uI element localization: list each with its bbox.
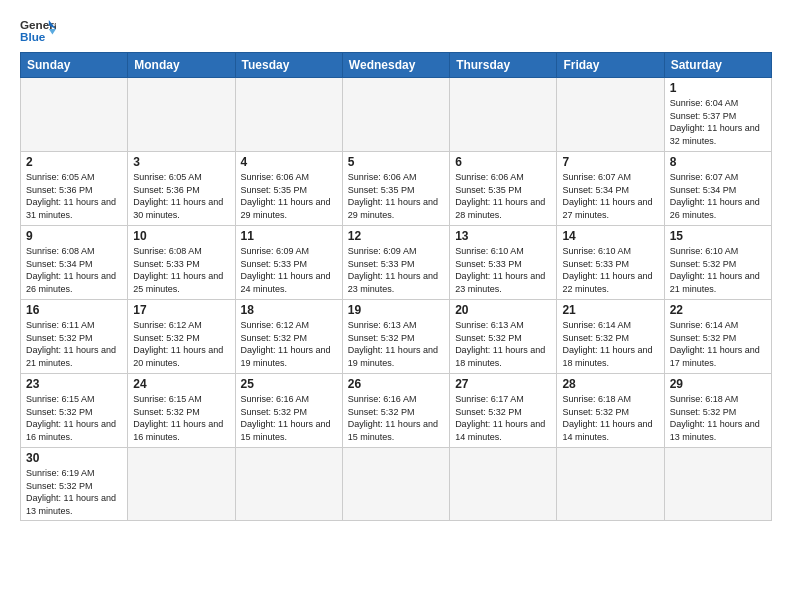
- day-info: Sunrise: 6:15 AMSunset: 5:32 PMDaylight:…: [26, 393, 122, 443]
- day-info: Sunrise: 6:04 AMSunset: 5:37 PMDaylight:…: [670, 97, 766, 147]
- day-cell: [128, 78, 235, 152]
- day-info: Sunrise: 6:13 AMSunset: 5:32 PMDaylight:…: [455, 319, 551, 369]
- day-cell: 6Sunrise: 6:06 AMSunset: 5:35 PMDaylight…: [450, 152, 557, 226]
- day-cell: 11Sunrise: 6:09 AMSunset: 5:33 PMDayligh…: [235, 226, 342, 300]
- weekday-header-friday: Friday: [557, 53, 664, 78]
- calendar-row-4: 23Sunrise: 6:15 AMSunset: 5:32 PMDayligh…: [21, 374, 772, 448]
- day-number: 9: [26, 229, 122, 243]
- day-number: 1: [670, 81, 766, 95]
- day-cell: 16Sunrise: 6:11 AMSunset: 5:32 PMDayligh…: [21, 300, 128, 374]
- weekday-header-wednesday: Wednesday: [342, 53, 449, 78]
- day-info: Sunrise: 6:18 AMSunset: 5:32 PMDaylight:…: [670, 393, 766, 443]
- day-info: Sunrise: 6:19 AMSunset: 5:32 PMDaylight:…: [26, 467, 122, 517]
- weekday-header-monday: Monday: [128, 53, 235, 78]
- day-cell: 10Sunrise: 6:08 AMSunset: 5:33 PMDayligh…: [128, 226, 235, 300]
- day-info: Sunrise: 6:16 AMSunset: 5:32 PMDaylight:…: [348, 393, 444, 443]
- day-info: Sunrise: 6:11 AMSunset: 5:32 PMDaylight:…: [26, 319, 122, 369]
- day-cell: 9Sunrise: 6:08 AMSunset: 5:34 PMDaylight…: [21, 226, 128, 300]
- day-number: 13: [455, 229, 551, 243]
- day-cell: 4Sunrise: 6:06 AMSunset: 5:35 PMDaylight…: [235, 152, 342, 226]
- day-info: Sunrise: 6:14 AMSunset: 5:32 PMDaylight:…: [670, 319, 766, 369]
- calendar-row-0: 1Sunrise: 6:04 AMSunset: 5:37 PMDaylight…: [21, 78, 772, 152]
- day-info: Sunrise: 6:08 AMSunset: 5:33 PMDaylight:…: [133, 245, 229, 295]
- day-cell: 21Sunrise: 6:14 AMSunset: 5:32 PMDayligh…: [557, 300, 664, 374]
- day-info: Sunrise: 6:06 AMSunset: 5:35 PMDaylight:…: [241, 171, 337, 221]
- day-number: 25: [241, 377, 337, 391]
- weekday-header-sunday: Sunday: [21, 53, 128, 78]
- day-info: Sunrise: 6:09 AMSunset: 5:33 PMDaylight:…: [241, 245, 337, 295]
- day-cell: 19Sunrise: 6:13 AMSunset: 5:32 PMDayligh…: [342, 300, 449, 374]
- day-number: 27: [455, 377, 551, 391]
- day-info: Sunrise: 6:16 AMSunset: 5:32 PMDaylight:…: [241, 393, 337, 443]
- day-info: Sunrise: 6:09 AMSunset: 5:33 PMDaylight:…: [348, 245, 444, 295]
- logo-icon: General Blue: [20, 16, 56, 44]
- day-cell: [21, 78, 128, 152]
- day-cell: 12Sunrise: 6:09 AMSunset: 5:33 PMDayligh…: [342, 226, 449, 300]
- day-number: 21: [562, 303, 658, 317]
- day-cell: 13Sunrise: 6:10 AMSunset: 5:33 PMDayligh…: [450, 226, 557, 300]
- day-info: Sunrise: 6:06 AMSunset: 5:35 PMDaylight:…: [455, 171, 551, 221]
- day-number: 2: [26, 155, 122, 169]
- day-cell: 15Sunrise: 6:10 AMSunset: 5:32 PMDayligh…: [664, 226, 771, 300]
- day-cell: [557, 448, 664, 521]
- day-cell: 14Sunrise: 6:10 AMSunset: 5:33 PMDayligh…: [557, 226, 664, 300]
- day-cell: [235, 78, 342, 152]
- day-info: Sunrise: 6:15 AMSunset: 5:32 PMDaylight:…: [133, 393, 229, 443]
- day-cell: [235, 448, 342, 521]
- day-cell: 30Sunrise: 6:19 AMSunset: 5:32 PMDayligh…: [21, 448, 128, 521]
- day-number: 7: [562, 155, 658, 169]
- weekday-header-thursday: Thursday: [450, 53, 557, 78]
- day-cell: 22Sunrise: 6:14 AMSunset: 5:32 PMDayligh…: [664, 300, 771, 374]
- day-cell: 18Sunrise: 6:12 AMSunset: 5:32 PMDayligh…: [235, 300, 342, 374]
- day-cell: [664, 448, 771, 521]
- day-number: 4: [241, 155, 337, 169]
- day-cell: [557, 78, 664, 152]
- day-info: Sunrise: 6:07 AMSunset: 5:34 PMDaylight:…: [562, 171, 658, 221]
- day-info: Sunrise: 6:06 AMSunset: 5:35 PMDaylight:…: [348, 171, 444, 221]
- day-number: 19: [348, 303, 444, 317]
- day-number: 17: [133, 303, 229, 317]
- day-cell: 1Sunrise: 6:04 AMSunset: 5:37 PMDaylight…: [664, 78, 771, 152]
- day-info: Sunrise: 6:17 AMSunset: 5:32 PMDaylight:…: [455, 393, 551, 443]
- page: General Blue SundayMondayTuesdayWednesda…: [0, 0, 792, 612]
- day-info: Sunrise: 6:10 AMSunset: 5:32 PMDaylight:…: [670, 245, 766, 295]
- day-cell: [342, 448, 449, 521]
- day-number: 18: [241, 303, 337, 317]
- day-number: 16: [26, 303, 122, 317]
- day-number: 30: [26, 451, 122, 465]
- day-number: 22: [670, 303, 766, 317]
- calendar-row-1: 2Sunrise: 6:05 AMSunset: 5:36 PMDaylight…: [21, 152, 772, 226]
- day-number: 26: [348, 377, 444, 391]
- day-number: 8: [670, 155, 766, 169]
- day-cell: 3Sunrise: 6:05 AMSunset: 5:36 PMDaylight…: [128, 152, 235, 226]
- day-info: Sunrise: 6:05 AMSunset: 5:36 PMDaylight:…: [133, 171, 229, 221]
- day-number: 14: [562, 229, 658, 243]
- day-number: 6: [455, 155, 551, 169]
- day-number: 10: [133, 229, 229, 243]
- day-cell: 24Sunrise: 6:15 AMSunset: 5:32 PMDayligh…: [128, 374, 235, 448]
- day-cell: 5Sunrise: 6:06 AMSunset: 5:35 PMDaylight…: [342, 152, 449, 226]
- day-number: 12: [348, 229, 444, 243]
- day-cell: 2Sunrise: 6:05 AMSunset: 5:36 PMDaylight…: [21, 152, 128, 226]
- day-info: Sunrise: 6:10 AMSunset: 5:33 PMDaylight:…: [562, 245, 658, 295]
- day-number: 5: [348, 155, 444, 169]
- calendar-row-2: 9Sunrise: 6:08 AMSunset: 5:34 PMDaylight…: [21, 226, 772, 300]
- day-cell: 27Sunrise: 6:17 AMSunset: 5:32 PMDayligh…: [450, 374, 557, 448]
- day-info: Sunrise: 6:12 AMSunset: 5:32 PMDaylight:…: [133, 319, 229, 369]
- day-info: Sunrise: 6:05 AMSunset: 5:36 PMDaylight:…: [26, 171, 122, 221]
- day-cell: 26Sunrise: 6:16 AMSunset: 5:32 PMDayligh…: [342, 374, 449, 448]
- calendar-row-5: 30Sunrise: 6:19 AMSunset: 5:32 PMDayligh…: [21, 448, 772, 521]
- calendar: SundayMondayTuesdayWednesdayThursdayFrid…: [20, 52, 772, 521]
- day-number: 3: [133, 155, 229, 169]
- day-number: 11: [241, 229, 337, 243]
- day-number: 20: [455, 303, 551, 317]
- day-info: Sunrise: 6:10 AMSunset: 5:33 PMDaylight:…: [455, 245, 551, 295]
- day-info: Sunrise: 6:14 AMSunset: 5:32 PMDaylight:…: [562, 319, 658, 369]
- day-cell: 17Sunrise: 6:12 AMSunset: 5:32 PMDayligh…: [128, 300, 235, 374]
- day-info: Sunrise: 6:07 AMSunset: 5:34 PMDaylight:…: [670, 171, 766, 221]
- day-cell: 25Sunrise: 6:16 AMSunset: 5:32 PMDayligh…: [235, 374, 342, 448]
- weekday-header-row: SundayMondayTuesdayWednesdayThursdayFrid…: [21, 53, 772, 78]
- day-cell: 7Sunrise: 6:07 AMSunset: 5:34 PMDaylight…: [557, 152, 664, 226]
- day-number: 28: [562, 377, 658, 391]
- day-cell: 29Sunrise: 6:18 AMSunset: 5:32 PMDayligh…: [664, 374, 771, 448]
